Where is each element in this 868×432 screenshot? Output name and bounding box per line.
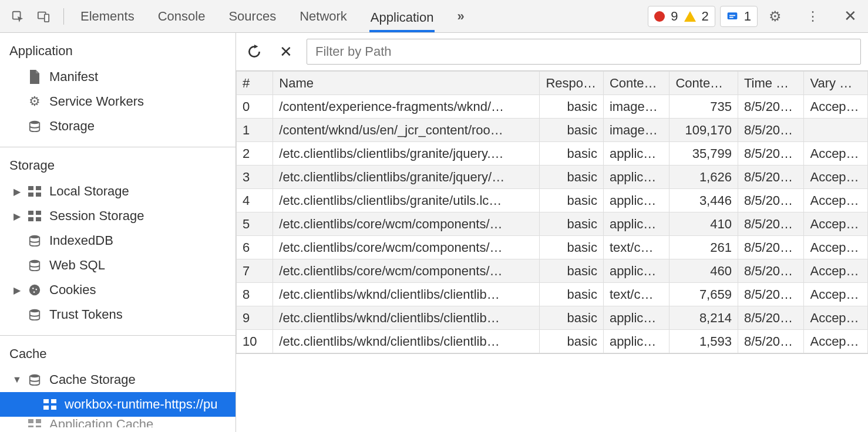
clear-button[interactable]: ✕ xyxy=(275,41,297,63)
tab-console[interactable]: Console xyxy=(157,2,207,31)
close-devtools-button[interactable]: ✕ xyxy=(837,4,863,29)
col-name[interactable]: Name xyxy=(273,72,540,95)
filter-by-path-input[interactable] xyxy=(307,39,861,65)
table-row[interactable]: 9/etc.clientlibs/wknd/clientlibs/clientl… xyxy=(237,306,868,330)
sidebar-item-application-cache[interactable]: Application Cache xyxy=(0,417,235,427)
tab-application[interactable]: Application xyxy=(369,1,435,32)
col-response-type[interactable]: Respo… xyxy=(540,72,604,95)
cell-content-length: 8,214 xyxy=(669,306,738,330)
cookie-icon xyxy=(27,282,42,298)
cell-response-type: basic xyxy=(540,142,604,166)
sidebar-item-local-storage[interactable]: ▶ Local Storage xyxy=(0,179,235,204)
cell-vary-header: Accep… xyxy=(804,142,868,166)
more-tabs-button[interactable]: » xyxy=(456,2,465,31)
table-row[interactable]: 6/etc.clientlibs/core/wcm/components/…ba… xyxy=(237,236,868,259)
cell-response-type: basic xyxy=(540,166,604,189)
cell-index: 3 xyxy=(237,166,273,189)
sidebar-item-service-workers[interactable]: ⚙ Service Workers xyxy=(0,89,235,114)
sidebar-item-cookies[interactable]: ▶ Cookies xyxy=(0,278,235,302)
cell-content-type: applic… xyxy=(603,259,669,283)
sidebar-item-trust-tokens[interactable]: Trust Tokens xyxy=(0,302,235,327)
col-content-length[interactable]: Conte… xyxy=(669,72,738,95)
cell-name: /content/wknd/us/en/_jcr_content/roo… xyxy=(273,119,540,142)
svg-rect-28 xyxy=(36,426,41,427)
cell-vary-header: Accep… xyxy=(804,283,868,306)
vertical-dots-icon: ⋮ xyxy=(806,9,819,24)
cell-time-cached: 8/5/20… xyxy=(738,330,804,353)
svg-point-17 xyxy=(35,289,37,291)
tab-sources[interactable]: Sources xyxy=(227,2,277,31)
devtools-tabs: Elements Console Sources Network Applica… xyxy=(79,1,466,32)
cell-time-cached: 8/5/20… xyxy=(738,306,804,330)
cell-index: 6 xyxy=(237,236,273,259)
svg-rect-6 xyxy=(36,186,41,190)
cell-time-cached: 8/5/20… xyxy=(738,236,804,259)
table-row[interactable]: 8/etc.clientlibs/wknd/clientlibs/clientl… xyxy=(237,283,868,306)
caret-right-icon: ▶ xyxy=(13,186,21,197)
cell-time-cached: 8/5/20… xyxy=(738,119,804,142)
table-row[interactable]: 4/etc.clientlibs/clientlibs/granite/util… xyxy=(237,189,868,212)
cell-content-type: image… xyxy=(603,119,669,142)
refresh-button[interactable] xyxy=(243,41,265,63)
cell-time-cached: 8/5/20… xyxy=(738,166,804,189)
table-row[interactable]: 1/content/wknd/us/en/_jcr_content/roo…ba… xyxy=(237,119,868,142)
devtools-toolbar: Elements Console Sources Network Applica… xyxy=(0,0,868,33)
svg-point-16 xyxy=(32,288,34,289)
svg-point-20 xyxy=(30,374,40,378)
svg-rect-12 xyxy=(36,217,41,221)
sidebar-item-websql[interactable]: Web SQL xyxy=(0,253,235,278)
svg-rect-9 xyxy=(28,211,33,215)
table-row[interactable]: 5/etc.clientlibs/core/wcm/components/…ba… xyxy=(237,212,868,236)
cell-time-cached: 8/5/20… xyxy=(738,189,804,212)
table-row[interactable]: 2/etc.clientlibs/clientlibs/granite/jque… xyxy=(237,142,868,166)
issues-counter[interactable]: 1 xyxy=(720,6,758,27)
cell-time-cached: 8/5/20… xyxy=(738,259,804,283)
sidebar-item-label: Local Storage xyxy=(49,184,129,199)
sidebar-item-storage[interactable]: Storage xyxy=(0,114,235,139)
database-icon xyxy=(27,233,42,248)
sidebar-section-storage: Storage ▶ Local Storage ▶ Session Storag… xyxy=(0,147,235,336)
settings-button[interactable]: ⚙ xyxy=(762,4,788,29)
cell-content-type: applic… xyxy=(603,212,669,236)
status-counters: 9 2 1 xyxy=(648,6,758,27)
col-index[interactable]: # xyxy=(237,72,273,95)
cell-content-length: 1,593 xyxy=(669,330,738,353)
table-row[interactable]: 10/etc.clientlibs/wknd/clientlibs/client… xyxy=(237,330,868,353)
cache-filter-bar: ✕ xyxy=(236,33,868,71)
col-content-type[interactable]: Conte… xyxy=(603,72,669,95)
sidebar-item-manifest[interactable]: Manifest xyxy=(0,65,235,89)
inspect-element-button[interactable] xyxy=(5,4,31,29)
sidebar-item-indexeddb[interactable]: IndexedDB xyxy=(0,228,235,253)
cell-index: 2 xyxy=(237,142,273,166)
device-toolbar-button[interactable] xyxy=(31,4,56,29)
svg-rect-24 xyxy=(51,406,56,410)
tab-network[interactable]: Network xyxy=(298,2,348,31)
col-vary-header[interactable]: Vary H… xyxy=(804,72,868,95)
database-icon xyxy=(27,258,42,273)
table-row[interactable]: 3/etc.clientlibs/clientlibs/granite/jque… xyxy=(237,166,868,189)
sidebar-item-cache-entry[interactable]: workbox-runtime-https://pu xyxy=(0,392,235,417)
table-row[interactable]: 7/etc.clientlibs/core/wcm/components/…ba… xyxy=(237,259,868,283)
cell-vary-header: Accep… xyxy=(804,330,868,353)
svg-rect-21 xyxy=(43,399,49,403)
col-time-cached[interactable]: Time … xyxy=(738,72,804,95)
sidebar-item-session-storage[interactable]: ▶ Session Storage xyxy=(0,204,235,228)
svg-point-14 xyxy=(30,260,40,264)
sidebar-item-label: Manifest xyxy=(49,69,98,85)
cell-name: /etc.clientlibs/core/wcm/components/… xyxy=(273,259,540,283)
cell-index: 1 xyxy=(237,119,273,142)
grid-icon xyxy=(42,397,58,412)
sidebar-item-label: Cookies xyxy=(49,282,96,298)
cell-name: /etc.clientlibs/core/wcm/components/… xyxy=(273,236,540,259)
svg-rect-8 xyxy=(36,193,41,197)
svg-rect-5 xyxy=(28,186,33,190)
cell-content-length: 261 xyxy=(669,236,738,259)
svg-rect-25 xyxy=(28,419,33,423)
more-options-button[interactable]: ⋮ xyxy=(800,4,826,29)
cell-content-type: applic… xyxy=(603,330,669,353)
errors-warnings-counter[interactable]: 9 2 xyxy=(648,6,715,27)
table-row[interactable]: 0/content/experience-fragments/wknd/…bas… xyxy=(237,95,868,119)
database-icon xyxy=(27,372,42,387)
sidebar-item-cache-storage[interactable]: ▼ Cache Storage xyxy=(0,367,235,392)
tab-elements[interactable]: Elements xyxy=(79,2,136,31)
